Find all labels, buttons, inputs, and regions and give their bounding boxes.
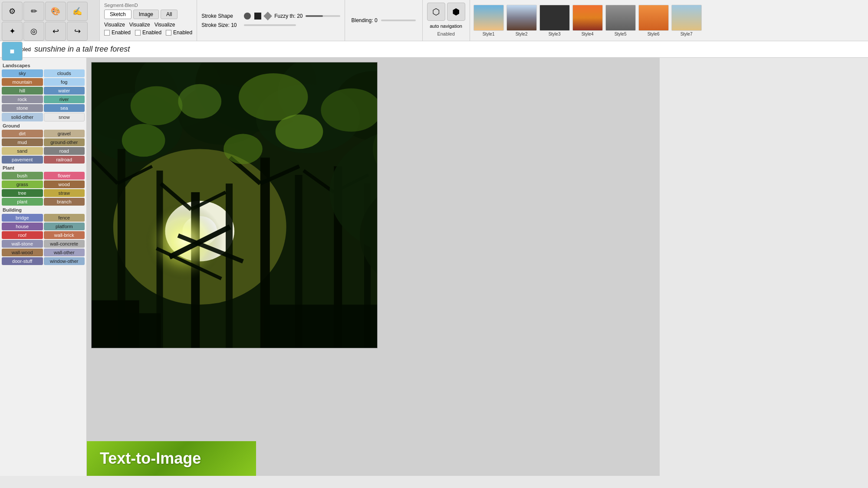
label-btn-window-other[interactable]: window-other bbox=[44, 257, 85, 265]
label-btn-grass[interactable]: grass bbox=[2, 180, 43, 188]
label-btn-gravel[interactable]: gravel bbox=[44, 130, 85, 138]
right-panel bbox=[660, 58, 868, 476]
style-thumb-img-2 bbox=[506, 5, 537, 31]
color-swatch-button[interactable]: ■ bbox=[2, 42, 23, 61]
category-title-plant: Plant bbox=[3, 165, 84, 170]
stroke-panel: Stroke Shape Fuzzy th: 20 Stroke Size: 1… bbox=[197, 0, 345, 41]
settings-tool-button[interactable]: ⚙ bbox=[2, 2, 23, 21]
label-btn-dirt[interactable]: dirt bbox=[2, 130, 43, 138]
label-btn-wall-stone[interactable]: wall-stone bbox=[2, 240, 43, 248]
label-btn-rock[interactable]: rock bbox=[2, 95, 43, 103]
label-btn-bush[interactable]: bush bbox=[2, 172, 43, 180]
label-btn-clouds[interactable]: clouds bbox=[44, 69, 85, 77]
blending-slider[interactable] bbox=[381, 20, 416, 21]
star-tool-button[interactable]: ✦ bbox=[2, 22, 23, 41]
enabled-checkbox-3[interactable] bbox=[166, 30, 171, 36]
label-btn-mountain[interactable]: mountain bbox=[2, 78, 43, 86]
svg-point-12 bbox=[131, 86, 183, 125]
style-thumb-2[interactable]: Style2 bbox=[506, 5, 537, 36]
stroke-shape-diamond[interactable] bbox=[263, 12, 272, 20]
label-btn-fence[interactable]: fence bbox=[44, 214, 85, 222]
canvas-area: Text-to-Image bbox=[87, 58, 660, 476]
redo-tool-button[interactable]: ↪ bbox=[67, 22, 88, 41]
enabled-item-1: Enabled bbox=[104, 29, 131, 36]
nav-icon-2[interactable]: ⬢ bbox=[447, 3, 465, 21]
fuzzy-track[interactable] bbox=[306, 15, 340, 17]
nav-icon-1[interactable]: ⬡ bbox=[427, 3, 445, 21]
style-thumb-3[interactable]: Style3 bbox=[539, 5, 570, 36]
label-btn-railroad[interactable]: railroad bbox=[44, 156, 85, 164]
style-thumb-label-4: Style4 bbox=[582, 32, 594, 36]
label-btn-wall-concrete[interactable]: wall-concrete bbox=[44, 240, 85, 248]
label-btn-tree[interactable]: tree bbox=[2, 189, 43, 197]
auto-nav-enabled: Enabled bbox=[437, 31, 454, 36]
brush-tool-button[interactable]: ✏ bbox=[23, 2, 44, 21]
label-btn-wall-wood[interactable]: wall-wood bbox=[2, 249, 43, 256]
tab-image[interactable]: Image bbox=[133, 10, 159, 19]
tab-sketch[interactable]: Sketch bbox=[104, 10, 132, 19]
category-title-building: Building bbox=[3, 207, 84, 213]
top-toolbar: ⚙ ✏ 🎨 ✍ ✦ ◎ ↩ ↪ ■ Segment-BlenD Sketch I… bbox=[0, 0, 868, 41]
style-thumb-7[interactable]: Style7 bbox=[671, 5, 702, 36]
label-btn-sea[interactable]: sea bbox=[44, 104, 85, 112]
stroke-shape-square[interactable] bbox=[254, 13, 261, 20]
stroke-size-row: Stroke Size: 10 bbox=[201, 22, 340, 28]
label-btn-pavement[interactable]: pavement bbox=[2, 156, 43, 164]
label-btn-solid-other[interactable]: solid-other bbox=[2, 113, 43, 121]
label-btn-road[interactable]: road bbox=[44, 147, 85, 155]
stroke-shape-circle[interactable] bbox=[244, 13, 251, 20]
enabled-checkbox-2[interactable] bbox=[135, 30, 141, 36]
svg-point-43 bbox=[122, 124, 165, 157]
label-btn-straw[interactable]: straw bbox=[44, 189, 85, 197]
label-btn-snow[interactable]: snow bbox=[44, 113, 85, 121]
fuzzy-slider[interactable]: Fuzzy th: 20 bbox=[274, 13, 340, 19]
style-thumb-5[interactable]: Style5 bbox=[605, 5, 636, 36]
undo-tool-button[interactable]: ↩ bbox=[45, 22, 66, 41]
enabled-checkbox-1[interactable] bbox=[104, 30, 110, 36]
tab-all[interactable]: All bbox=[161, 10, 178, 19]
label-btn-flower[interactable]: flower bbox=[44, 172, 85, 180]
label-btn-branch[interactable]: branch bbox=[44, 198, 85, 206]
label-btn-river[interactable]: river bbox=[44, 95, 85, 103]
style-thumb-img-1 bbox=[473, 5, 504, 31]
visualize-item-1: Visualize bbox=[104, 22, 125, 28]
fuzzy-label: Fuzzy th: 20 bbox=[274, 13, 302, 19]
tab-buttons: Sketch Image All bbox=[104, 10, 192, 19]
blending-panel: Blending: 0 bbox=[345, 0, 423, 41]
label-btn-stone[interactable]: stone bbox=[2, 104, 43, 112]
label-btn-wall-other[interactable]: wall-other bbox=[44, 249, 85, 256]
label-grid-building: bridgefencehouseplatformroofwall-brickwa… bbox=[2, 214, 85, 265]
style-thumb-6[interactable]: Style6 bbox=[638, 5, 669, 36]
svg-point-13 bbox=[239, 73, 308, 121]
prompt-input[interactable] bbox=[34, 45, 864, 54]
label-btn-sky[interactable]: sky bbox=[2, 69, 43, 77]
label-btn-wood[interactable]: wood bbox=[44, 180, 85, 188]
style-thumb-4[interactable]: Style4 bbox=[572, 5, 603, 36]
label-btn-plant[interactable]: plant bbox=[2, 198, 43, 206]
auto-nav-icons: ⬡ ⬢ bbox=[427, 3, 465, 21]
label-btn-mud[interactable]: mud bbox=[2, 138, 43, 146]
label-btn-wall-brick[interactable]: wall-brick bbox=[44, 231, 85, 239]
label-btn-fog[interactable]: fog bbox=[44, 78, 85, 86]
label-btn-house[interactable]: house bbox=[2, 223, 43, 230]
label-btn-door-stuff[interactable]: door-stuff bbox=[2, 257, 43, 265]
stroke-size-slider[interactable] bbox=[244, 24, 296, 26]
pencil-tool-button[interactable]: ✍ bbox=[67, 2, 88, 21]
label-btn-platform[interactable]: platform bbox=[44, 223, 85, 230]
label-btn-sand[interactable]: sand bbox=[2, 147, 43, 155]
svg-point-34 bbox=[135, 166, 265, 296]
label-btn-bridge[interactable]: bridge bbox=[2, 214, 43, 222]
svg-rect-37 bbox=[265, 305, 377, 348]
style-thumb-label-7: Style7 bbox=[681, 32, 693, 36]
style-thumb-label-1: Style1 bbox=[483, 32, 495, 36]
spiral-tool-button[interactable]: ◎ bbox=[23, 22, 44, 41]
label-btn-roof[interactable]: roof bbox=[2, 231, 43, 239]
visualize-item-2: Visualize bbox=[129, 22, 150, 28]
prompt-bar: ✓ Enabled bbox=[0, 41, 868, 58]
label-btn-ground-other[interactable]: ground-other bbox=[44, 138, 85, 146]
text-to-image-banner[interactable]: Text-to-Image bbox=[87, 441, 256, 476]
style-thumb-1[interactable]: Style1 bbox=[473, 5, 504, 36]
label-btn-hill[interactable]: hill bbox=[2, 87, 43, 95]
palette-tool-button[interactable]: 🎨 bbox=[45, 2, 66, 21]
label-btn-water[interactable]: water bbox=[44, 87, 85, 95]
